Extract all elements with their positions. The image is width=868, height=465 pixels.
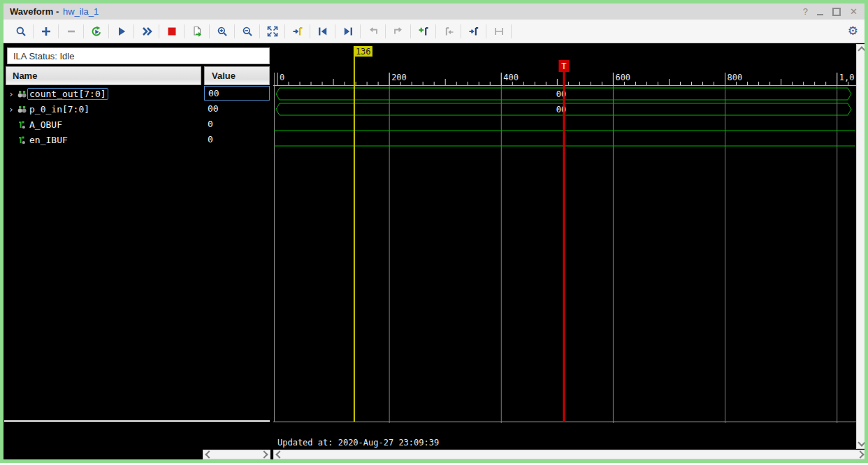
signal-row-p-0-in-7-0-[interactable]: ›p_0_in[7:0] [6, 101, 201, 117]
ila-status-bar: ILA Status: Idle [7, 47, 270, 64]
signal-value-cell[interactable]: 0 [204, 116, 270, 131]
zoom-in-button[interactable] [210, 22, 233, 40]
scroll-up-icon[interactable] [858, 46, 865, 54]
previous-transition-button[interactable] [361, 22, 384, 40]
ila-status-text: ILA Status: Idle [13, 51, 74, 61]
toolbar-separator [159, 24, 159, 38]
signal-value-cell[interactable]: 00 [204, 101, 270, 116]
waveform-vscrollbar[interactable] [856, 44, 867, 449]
toolbar-separator [410, 24, 411, 38]
export-ila-data-button[interactable] [185, 22, 208, 40]
expand-chevron-icon[interactable]: › [6, 104, 17, 115]
run-trigger-button[interactable] [110, 22, 133, 40]
scroll-left-icon[interactable] [275, 450, 283, 458]
previous-marker-button[interactable] [437, 22, 460, 40]
waveform-plot[interactable]: 02004006008001,00000136T [273, 44, 856, 423]
value-column-hscrollbar[interactable] [203, 450, 270, 459]
toolbar-separator [234, 24, 235, 38]
svg-text:T: T [561, 61, 566, 71]
svg-text:800: 800 [728, 73, 743, 82]
expand-chevron-icon[interactable]: › [6, 89, 17, 99]
signal-name-label[interactable]: en_IBUF [29, 135, 68, 145]
updated-timestamp: Updated at: 2020-Aug-27 23:09:39 [277, 438, 439, 448]
add-button[interactable] [34, 22, 57, 40]
toolbar-separator [335, 24, 335, 38]
scroll-right-icon[interactable] [856, 450, 864, 458]
window-title-target[interactable]: hw_ila_1 [63, 6, 99, 17]
window-controls: ?✕ [803, 3, 858, 20]
remove-icon [66, 26, 77, 37]
swap-markers-button[interactable] [487, 22, 510, 40]
column-header-name-label: Name [13, 71, 37, 81]
swap-markers-icon [493, 26, 505, 37]
next-transition-button[interactable] [386, 22, 410, 40]
frame-border-bottom [0, 459, 868, 463]
run-trigger-immediate-button[interactable] [85, 22, 108, 40]
add-icon [41, 26, 52, 37]
add-marker-button[interactable] [412, 22, 435, 40]
add-marker-icon [418, 26, 429, 37]
run-trigger-icon [116, 26, 127, 37]
signal-row-count-out-7-0-[interactable]: ›count_out[7:0] [6, 86, 201, 101]
bit-signal-icon [17, 120, 29, 129]
toolbar-separator [58, 24, 59, 38]
svg-text:0: 0 [280, 73, 284, 82]
scroll-left-icon[interactable] [205, 450, 212, 458]
toolbar-separator [435, 24, 436, 38]
go-to-trigger-button[interactable] [286, 22, 309, 40]
next-transition-icon [393, 26, 404, 37]
signal-name-label[interactable]: count_out[7:0] [27, 88, 108, 100]
waveform-window: Waveform - hw_ila_1 ?✕ ⚙ ILA Status: Idl… [0, 0, 868, 465]
column-header-value[interactable]: Value [204, 66, 270, 85]
toolbar-separator [33, 24, 34, 38]
minimize-icon[interactable] [817, 8, 823, 15]
signal-name-column: ›count_out[7:0]›p_0_in[7:0]A_OBUFen_IBUF [6, 86, 201, 147]
svg-text:400: 400 [503, 73, 519, 82]
waveform-hscrollbar[interactable] [273, 450, 867, 459]
svg-text:200: 200 [391, 73, 407, 82]
column-header-name[interactable]: Name [6, 66, 201, 85]
search-icon [15, 26, 27, 37]
close-icon[interactable]: ✕ [850, 7, 858, 16]
toolbar-separator [108, 24, 109, 38]
svg-text:600: 600 [615, 73, 630, 82]
go-to-end-button[interactable] [336, 22, 359, 40]
signal-value-cell[interactable]: 0 [204, 131, 270, 147]
go-to-end-icon [342, 26, 354, 37]
bit-signal-icon [17, 135, 29, 145]
settings-gear-icon[interactable]: ⚙ [848, 22, 858, 40]
stop-trigger-button[interactable] [160, 22, 183, 40]
go-to-start-button[interactable] [311, 22, 334, 40]
run-all-button[interactable] [135, 22, 158, 40]
zoom-out-button[interactable] [236, 22, 259, 40]
signal-value-column: 000000 [204, 86, 270, 147]
scroll-right-icon[interactable] [260, 450, 268, 458]
previous-transition-icon [368, 26, 379, 37]
remove-button[interactable] [59, 22, 82, 40]
go-to-start-icon [317, 26, 328, 37]
signal-value-cell[interactable]: 00 [204, 86, 270, 101]
toolbar-separator [486, 24, 486, 38]
maximize-icon[interactable] [832, 8, 841, 16]
toolbar [3, 20, 865, 43]
run-all-icon [141, 26, 152, 37]
toolbar-separator [310, 24, 310, 38]
signal-row-a-obuf[interactable]: A_OBUF [6, 117, 201, 132]
zoom-in-icon [217, 26, 228, 37]
scroll-down-icon[interactable] [858, 438, 865, 446]
signal-row-en-ibuf[interactable]: en_IBUF [6, 132, 201, 147]
svg-text:136: 136 [356, 47, 371, 57]
toolbar-separator [83, 24, 84, 38]
signal-name-label[interactable]: p_0_in[7:0] [29, 104, 89, 115]
signal-name-label[interactable]: A_OBUF [29, 119, 62, 130]
toolbar-separator [385, 24, 386, 38]
search-button[interactable] [9, 22, 32, 40]
help-icon[interactable]: ? [803, 7, 808, 16]
zoom-fit-button[interactable] [261, 22, 284, 40]
toolbar-separator [461, 24, 461, 38]
export-ila-data-icon [191, 26, 203, 37]
run-trigger-immediate-icon [91, 26, 102, 37]
toolbar-separator [184, 24, 185, 38]
zoom-out-icon [242, 26, 253, 37]
next-marker-button[interactable] [462, 22, 485, 40]
